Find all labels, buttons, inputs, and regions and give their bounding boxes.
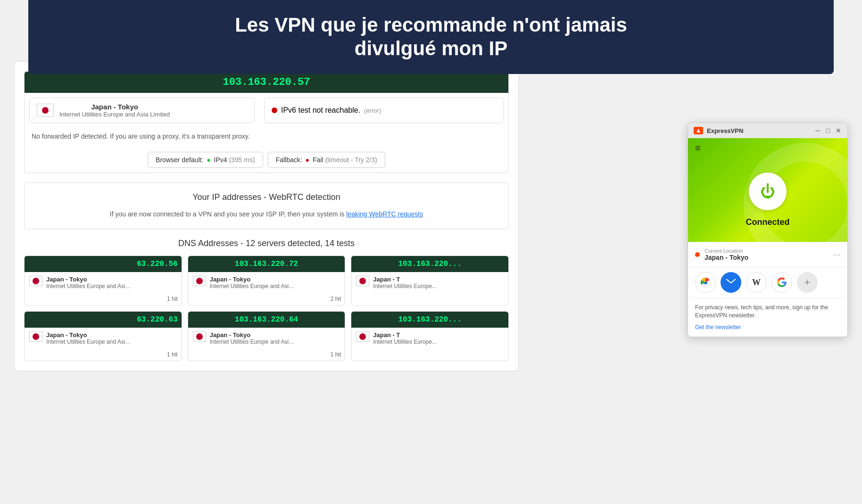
dns-flag-6 bbox=[356, 331, 369, 342]
add-shortcut-button[interactable]: + bbox=[797, 272, 818, 293]
dns-hits-4: 1 hit bbox=[167, 351, 178, 358]
webrtc-leak-link[interactable]: leaking WebRTC requests bbox=[346, 210, 423, 218]
test-buttons: Browser default: ● IPv4 (395 ms) Fallbac… bbox=[25, 147, 508, 173]
ip-address-header: 103.163.220.57 bbox=[25, 72, 508, 93]
location-isp: Internet Utilities Europe and Asia Limit… bbox=[59, 111, 170, 118]
wikipedia-shortcut-button[interactable]: W bbox=[746, 272, 767, 293]
dns-flag-1 bbox=[29, 276, 42, 286]
dns-text-2: Japan - Tokyo Internet Utilities Europe … bbox=[210, 276, 340, 289]
dns-grid: 63.220.56 Japan - Tokyo Internet Utiliti… bbox=[24, 256, 509, 361]
power-button[interactable]: ⏻ bbox=[749, 173, 787, 210]
dns-card-4: 63.220.63 Japan - Tokyo Internet Utiliti… bbox=[24, 311, 182, 361]
header-title-line2: divulgué mon IP bbox=[47, 37, 815, 60]
ipv6-text: IPv6 test not reachable. bbox=[281, 106, 360, 115]
newsletter-link[interactable]: Get the newsletter bbox=[695, 324, 741, 330]
dns-card-5-header: 103.163.220.64 bbox=[188, 312, 345, 328]
japan-flag-icon bbox=[37, 104, 54, 117]
ip-info-left: Japan - Tokyo Internet Utilities Europe … bbox=[29, 98, 255, 123]
dns-text-6: Japan - T Internet Utilities Europe... bbox=[373, 331, 504, 345]
dns-card-1-header: 63.220.56 bbox=[25, 256, 182, 272]
evpn-newsletter: For privacy news, tech tips, and more, s… bbox=[688, 297, 847, 337]
webrtc-section: Your IP addresses - WebRTC detection If … bbox=[24, 182, 509, 229]
evpn-titlebar: ExpressVPN ─ □ ✕ bbox=[688, 123, 847, 138]
dns-card-4-body: Japan - Tokyo Internet Utilities Europe … bbox=[25, 328, 182, 361]
dns-card-5: 103.163.220.64 Japan - Tokyo Internet Ut… bbox=[188, 311, 346, 361]
dns-card-1-body: Japan - Tokyo Internet Utilities Europe … bbox=[25, 272, 182, 305]
dns-card-6-body: Japan - T Internet Utilities Europe... bbox=[351, 328, 508, 361]
location-country: Japan - Tokyo bbox=[59, 103, 170, 111]
close-button[interactable]: ✕ bbox=[835, 127, 842, 134]
dns-hits-5: 1 hit bbox=[331, 351, 341, 358]
dns-card-5-body: Japan - Tokyo Internet Utilities Europe … bbox=[188, 328, 345, 361]
minimize-button[interactable]: ─ bbox=[814, 127, 821, 134]
dns-card-2: 103.163.220.72 Japan - Tokyo Internet Ut… bbox=[188, 256, 346, 306]
dns-hits-2: 2 hit bbox=[331, 296, 341, 302]
dns-card-2-body: Japan - Tokyo Internet Utilities Europe … bbox=[188, 272, 345, 305]
dns-card-6-header: 103.163.220... bbox=[351, 312, 508, 328]
ip-info-row: Japan - Tokyo Internet Utilities Europe … bbox=[25, 93, 508, 128]
ipv6-status-icon bbox=[272, 107, 277, 113]
power-icon: ⏻ bbox=[760, 183, 775, 200]
ipv6-status: IPv6 test not reachable. (error) bbox=[264, 98, 504, 123]
dns-flag-3 bbox=[356, 276, 369, 286]
dns-flag-4 bbox=[29, 331, 42, 342]
gmail-shortcut-button[interactable] bbox=[721, 272, 741, 293]
hamburger-menu-icon[interactable]: ≡ bbox=[695, 143, 701, 153]
browser-default-btn: Browser default: ● IPv4 (395 ms) bbox=[148, 152, 263, 168]
evpn-controls[interactable]: ─ □ ✕ bbox=[814, 127, 842, 134]
google-shortcut-button[interactable] bbox=[771, 272, 792, 293]
evpn-title-left: ExpressVPN bbox=[694, 127, 743, 134]
expressvpn-panel: ExpressVPN ─ □ ✕ ≡ ⏻ Connected Current L… bbox=[688, 123, 848, 337]
header-banner: Les VPN que je recommande n'ont jamais d… bbox=[28, 0, 834, 74]
dns-card-3: 103.163.220... Japan - T Internet Utilit… bbox=[351, 256, 509, 306]
header-title-line1: Les VPN que je recommande n'ont jamais bbox=[47, 13, 815, 37]
dns-flag-5 bbox=[193, 331, 206, 342]
main-content: 103.163.220.57 Japan - Tokyo Internet Ut… bbox=[14, 61, 519, 371]
dns-text-3: Japan - T Internet Utilities Europe... bbox=[373, 276, 504, 289]
location-text: Japan - Tokyo Internet Utilities Europe … bbox=[59, 103, 170, 118]
webrtc-title: Your IP addresses - WebRTC detection bbox=[34, 192, 499, 202]
dns-card-4-header: 63.220.63 bbox=[25, 312, 182, 328]
chrome-shortcut-button[interactable] bbox=[695, 272, 716, 293]
location-dot-icon bbox=[695, 252, 700, 257]
expressvpn-logo-icon bbox=[694, 127, 703, 134]
dns-card-3-body: Japan - T Internet Utilities Europe... bbox=[351, 272, 508, 305]
dns-flag-2 bbox=[193, 276, 206, 286]
ip-section: 103.163.220.57 Japan - Tokyo Internet Ut… bbox=[24, 71, 509, 173]
evpn-title-text: ExpressVPN bbox=[707, 127, 743, 134]
dns-title: DNS Addresses - 12 servers detected, 14 … bbox=[24, 239, 509, 248]
dns-hits-1: 1 hit bbox=[167, 296, 178, 302]
evpn-shortcuts: W + bbox=[688, 267, 847, 297]
connected-status: Connected bbox=[688, 217, 847, 237]
dns-card-2-header: 103.163.220.72 bbox=[188, 256, 345, 272]
fallback-btn: Fallback: ● Fail (timeout - Try 2/3) bbox=[268, 152, 385, 168]
ipv6-error: (error) bbox=[364, 107, 381, 114]
webrtc-desc: If you are now connected to a VPN and yo… bbox=[34, 209, 499, 219]
ipv4-dot: ● bbox=[207, 156, 210, 164]
ip-location: Japan - Tokyo Internet Utilities Europe … bbox=[30, 98, 254, 123]
fail-dot: ● bbox=[306, 156, 309, 164]
evpn-body: ≡ ⏻ Connected bbox=[688, 138, 847, 242]
dns-card-3-header: 103.163.220... bbox=[351, 256, 508, 272]
dns-card-1: 63.220.56 Japan - Tokyo Internet Utiliti… bbox=[24, 256, 182, 306]
maximize-button[interactable]: □ bbox=[825, 127, 831, 134]
dns-text-1: Japan - Tokyo Internet Utilities Europe … bbox=[46, 276, 177, 289]
newsletter-text: For privacy news, tech tips, and more, s… bbox=[695, 304, 840, 320]
dns-text-5: Japan - Tokyo Internet Utilities Europe … bbox=[210, 331, 340, 345]
dns-card-6: 103.163.220... Japan - T Internet Utilit… bbox=[351, 311, 509, 361]
dns-text-4: Japan - Tokyo Internet Utilities Europe … bbox=[46, 331, 177, 345]
dns-section: DNS Addresses - 12 servers detected, 14 … bbox=[24, 239, 509, 361]
no-forward-text: No forwarded IP detected. If you are usi… bbox=[25, 128, 508, 145]
